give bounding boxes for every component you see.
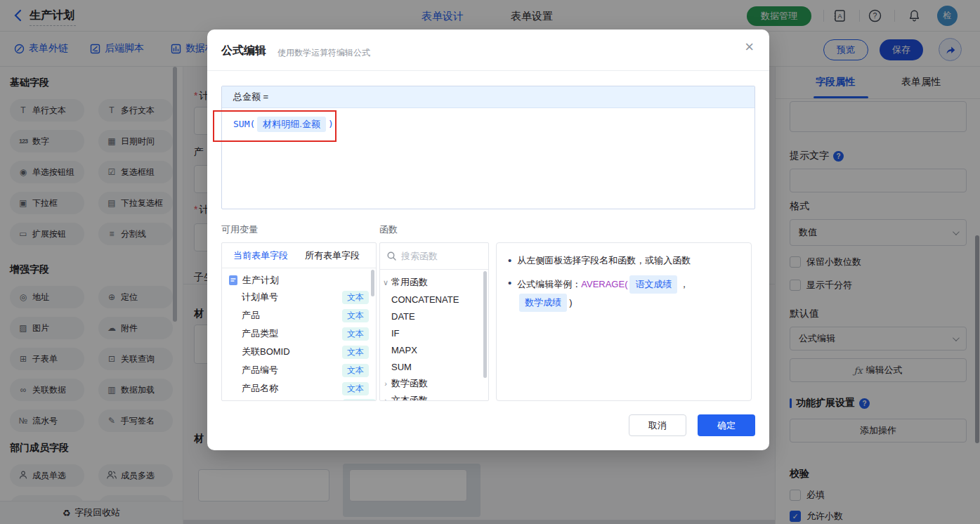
hint-example-comma: ， bbox=[679, 279, 688, 289]
hint-example-close: ) bbox=[569, 297, 572, 308]
formula-edit-modal: 公式编辑 使用数学运算符编辑公式 × 总金额 = SUM(材料明细.金额) 可用… bbox=[207, 30, 769, 450]
variable-row[interactable]: 产品类型文本 bbox=[222, 325, 376, 343]
example-chip: 语文成绩 bbox=[629, 275, 677, 294]
variable-row[interactable]: 产品名称文本 bbox=[222, 379, 376, 398]
functions-label: 函数 bbox=[379, 223, 398, 236]
app-root: 生产计划 表单设计 表单设置 数据管理 A ? 检 表单外链 后端脚本 数据权 bbox=[0, 0, 980, 524]
caret-closed-icon: › bbox=[380, 396, 391, 401]
function-item[interactable]: CONCATENATE bbox=[380, 291, 488, 308]
function-group-math[interactable]: ›数学函数 bbox=[380, 375, 488, 392]
variable-row[interactable]: 产品编号文本 bbox=[222, 361, 376, 379]
function-item[interactable]: SUM bbox=[380, 358, 488, 375]
modal-header-divider bbox=[207, 70, 769, 71]
function-search-input[interactable] bbox=[401, 251, 471, 261]
formula-field-chip[interactable]: 材料明细.金额 bbox=[257, 117, 326, 132]
confirm-button[interactable]: 确定 bbox=[698, 414, 755, 436]
modal-title: 公式编辑 bbox=[221, 44, 266, 58]
variables-tabs: 当前表单字段 所有表单字段 bbox=[222, 243, 376, 268]
function-item[interactable]: MAPX bbox=[380, 341, 488, 358]
caret-open-icon: ∨ bbox=[380, 278, 391, 287]
close-icon[interactable]: × bbox=[745, 39, 754, 55]
type-badge: 文本 bbox=[342, 382, 369, 395]
variable-row[interactable]: 计划单号文本 bbox=[222, 288, 376, 306]
function-group-common[interactable]: ∨常用函数 bbox=[380, 274, 488, 291]
variables-scrollbar[interactable] bbox=[371, 270, 374, 296]
formula-target: 总金额 = bbox=[222, 86, 754, 108]
bullet-icon: • bbox=[508, 253, 511, 268]
hint-line-1: • 从左侧面板选择字段名和函数，或输入函数 bbox=[508, 253, 740, 268]
variable-row[interactable]: 关联BOMID文本 bbox=[222, 343, 376, 361]
document-icon bbox=[229, 275, 237, 285]
function-group-text[interactable]: ›文本函数 bbox=[380, 392, 488, 401]
variables-panel: 当前表单字段 所有表单字段 生产计划 计划单号文本 产品文本 产品类型文本 关联… bbox=[221, 242, 377, 401]
modal-subtitle: 使用数学运算符编辑公式 bbox=[277, 47, 370, 59]
variables-label: 可用变量 bbox=[221, 223, 258, 236]
formula-fn-open: SUM( bbox=[233, 119, 255, 129]
tab-all-form-fields[interactable]: 所有表单字段 bbox=[305, 249, 360, 262]
formula-editor[interactable]: 总金额 = SUM(材料明细.金额) bbox=[221, 86, 755, 209]
tree-root-form[interactable]: 生产计划 bbox=[222, 268, 376, 288]
function-search bbox=[380, 243, 488, 270]
clipped-next-row bbox=[343, 399, 376, 401]
variable-row[interactable]: 产品文本 bbox=[222, 306, 376, 325]
type-badge: 文本 bbox=[342, 364, 369, 377]
hints-panel: • 从左侧面板选择字段名和函数，或输入函数 • 公式编辑举例：AVERAGE(语… bbox=[496, 242, 752, 401]
tab-current-form-fields[interactable]: 当前表单字段 bbox=[233, 249, 288, 262]
type-badge: 文本 bbox=[342, 327, 369, 341]
functions-scrollbar[interactable] bbox=[483, 271, 487, 378]
cancel-button[interactable]: 取消 bbox=[629, 414, 686, 436]
functions-panel: ∨常用函数 CONCATENATE DATE IF MAPX SUM ›数学函数… bbox=[379, 242, 489, 401]
hint-example-prefix: 公式编辑举例： bbox=[517, 279, 581, 289]
caret-closed-icon: › bbox=[380, 379, 391, 388]
function-item[interactable]: DATE bbox=[380, 308, 488, 325]
type-badge: 文本 bbox=[342, 346, 369, 359]
type-badge: 文本 bbox=[342, 309, 369, 322]
search-icon bbox=[387, 251, 396, 261]
example-chip: 数学成绩 bbox=[519, 294, 567, 312]
formula-expression[interactable]: SUM(材料明细.金额) bbox=[222, 108, 754, 140]
hint-example-fn: AVERAGE( bbox=[581, 279, 627, 289]
function-item[interactable]: IF bbox=[380, 325, 488, 341]
bullet-icon: • bbox=[508, 275, 511, 291]
type-badge: 文本 bbox=[342, 291, 369, 304]
hint-line-2: • 公式编辑举例：AVERAGE(语文成绩，数学成绩) bbox=[508, 275, 740, 312]
formula-fn-close: ) bbox=[328, 119, 334, 129]
